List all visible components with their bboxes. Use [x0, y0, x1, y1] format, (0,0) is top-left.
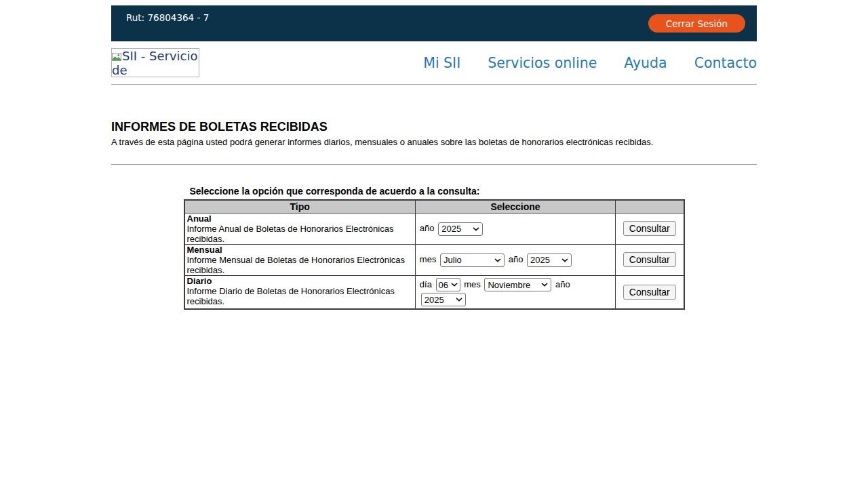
anual-title: Anual: [187, 214, 212, 224]
mensual-year-label: año: [509, 254, 524, 264]
nav-ayuda[interactable]: Ayuda: [624, 55, 667, 71]
mensual-desc: Informe Mensual de Boletas de Honorarios…: [187, 255, 406, 275]
header-seleccione: Seleccione: [415, 200, 615, 213]
nav-mi-sii[interactable]: Mi SII: [423, 55, 460, 71]
diario-year-select[interactable]: 2025: [421, 293, 466, 306]
sii-logo-broken-image[interactable]: SII - Servicio de: [111, 48, 199, 77]
session-bar: Rut: 76804364 - 7 Cerrar Sesión: [111, 5, 757, 41]
nav-contacto[interactable]: Contacto: [694, 55, 757, 71]
diario-month-select[interactable]: Noviembre: [484, 278, 551, 291]
nav-servicios-online[interactable]: Servicios online: [488, 55, 597, 71]
anual-tipo-cell: Anual Informe Anual de Boletas de Honora…: [184, 213, 416, 244]
header-divider: [111, 84, 757, 85]
consulta-section: Seleccione la opción que corresponda de …: [184, 186, 685, 310]
page-title: INFORMES DE BOLETAS RECIBIDAS: [111, 121, 757, 134]
site-header: SII - Servicio de Mi SII Servicios onlin…: [111, 41, 757, 84]
header-tipo: Tipo: [184, 200, 416, 213]
header-action: [616, 200, 684, 213]
diario-tipo-cell: Diario Informe Diario de Boletas de Hono…: [184, 275, 416, 309]
mensual-month-select[interactable]: Julio: [440, 253, 505, 267]
mensual-select-cell: mes Julio año 2025: [415, 244, 615, 275]
logout-button[interactable]: Cerrar Sesión: [648, 14, 745, 33]
diario-day-value: 06: [439, 280, 448, 290]
consultar-mensual-button[interactable]: Consultar: [623, 252, 676, 267]
chevron-down-icon: [541, 283, 548, 287]
diario-year-value: 2025: [425, 295, 444, 305]
broken-image-icon: [112, 53, 121, 62]
diario-day-label: día: [420, 279, 432, 289]
anual-action-cell: Consultar: [616, 213, 684, 244]
mensual-month-label: mes: [420, 254, 437, 264]
logo-alt-text: SII - Servicio de: [112, 49, 197, 77]
table-row-diario: Diario Informe Diario de Boletas de Hono…: [184, 275, 684, 309]
table-row-mensual: Mensual Informe Mensual de Boletas de Ho…: [184, 244, 684, 275]
main-nav: Mi SII Servicios online Ayuda Contacto: [396, 55, 757, 71]
anual-select-cell: año 2025: [415, 213, 615, 244]
consultar-diario-button[interactable]: Consultar: [623, 285, 676, 300]
section-divider: [111, 164, 757, 165]
chevron-down-icon: [494, 258, 501, 262]
consultar-anual-button[interactable]: Consultar: [623, 221, 676, 236]
chevron-down-icon: [561, 258, 568, 262]
mensual-year-select[interactable]: 2025: [527, 253, 572, 267]
mensual-tipo-cell: Mensual Informe Mensual de Boletas de Ho…: [184, 244, 416, 275]
table-caption: Seleccione la opción que corresponda de …: [184, 186, 685, 197]
diario-month-value: Noviembre: [488, 280, 530, 290]
chevron-down-icon: [451, 283, 458, 287]
mensual-month-value: Julio: [443, 255, 462, 265]
diario-month-label: mes: [464, 279, 481, 289]
diario-select-cell: día 06 mes Noviembre año 2025: [415, 275, 615, 309]
rut-label: Rut: 76804364 - 7: [126, 12, 209, 23]
anual-year-select[interactable]: 2025: [438, 222, 483, 236]
diario-year-label: año: [555, 279, 570, 289]
mensual-year-value: 2025: [530, 255, 550, 265]
page-description: A través de esta página usted podrá gene…: [111, 138, 757, 147]
informes-table: Tipo Seleccione Anual Informe Anual de B…: [184, 199, 685, 310]
anual-year-label: año: [420, 223, 435, 233]
page-container: Rut: 76804364 - 7 Cerrar Sesión SII - Se…: [111, 5, 757, 310]
diario-day-select[interactable]: 06: [436, 278, 460, 291]
mensual-action-cell: Consultar: [616, 244, 684, 275]
diario-desc: Informe Diario de Boletas de Honorarios …: [187, 286, 395, 306]
chevron-down-icon: [473, 227, 479, 231]
table-header-row: Tipo Seleccione: [184, 200, 684, 213]
diario-action-cell: Consultar: [616, 275, 684, 309]
mensual-title: Mensual: [187, 245, 222, 255]
anual-desc: Informe Anual de Boletas de Honorarios E…: [187, 224, 394, 244]
chevron-down-icon: [456, 298, 462, 302]
diario-title: Diario: [187, 276, 212, 286]
table-row-anual: Anual Informe Anual de Boletas de Honora…: [184, 213, 684, 244]
anual-year-value: 2025: [441, 224, 461, 234]
